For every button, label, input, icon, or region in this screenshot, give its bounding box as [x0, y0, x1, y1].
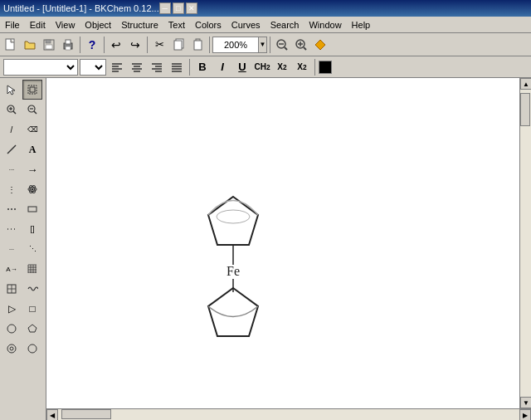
hscroll-thumb[interactable]	[61, 409, 111, 419]
vertical-scrollbar: ▲ ▼	[519, 78, 531, 408]
zoom-in-tool[interactable]	[2, 100, 22, 120]
grid2-tool[interactable]	[2, 279, 22, 299]
open-button[interactable]	[21, 36, 39, 54]
tool-row-4: A	[2, 139, 44, 159]
paste-button[interactable]	[188, 36, 207, 54]
zoom-in-button[interactable]	[292, 36, 310, 54]
vscroll-down-button[interactable]: ▼	[520, 397, 531, 408]
sep1	[80, 37, 80, 53]
svg-point-46	[32, 188, 34, 191]
line-tool[interactable]	[2, 139, 22, 159]
dots4-tool[interactable]: ⋱	[22, 239, 42, 259]
svg-rect-6	[66, 46, 71, 50]
bold-button[interactable]: B	[193, 59, 212, 76]
rect2-tool[interactable]: □	[22, 299, 42, 319]
menu-view[interactable]: View	[51, 17, 80, 32]
align-justify-button[interactable]	[168, 59, 186, 76]
close-button[interactable]: ✕	[186, 2, 197, 14]
dots3-tool[interactable]: ···	[2, 239, 22, 259]
pencil-tool[interactable]: /	[2, 120, 22, 139]
pentagon-tool[interactable]	[22, 319, 42, 339]
color-picker[interactable]	[319, 61, 332, 74]
copy-button[interactable]	[169, 36, 188, 54]
play-tool[interactable]: ▷	[2, 299, 22, 319]
canvas-with-vscroll: Fe ▲	[46, 78, 531, 408]
rect-tool[interactable]	[22, 199, 42, 219]
italic-button[interactable]: I	[213, 59, 231, 76]
hscroll-right-button[interactable]: ▶	[519, 409, 531, 420]
atom-tool[interactable]	[22, 179, 42, 199]
font-size-select[interactable]	[80, 59, 106, 76]
maximize-button[interactable]: □	[173, 2, 184, 14]
new-button[interactable]	[2, 36, 20, 54]
text-tool[interactable]: A	[22, 139, 42, 159]
dots2-tool[interactable]: ⋮	[2, 179, 22, 199]
menu-window[interactable]: Window	[304, 17, 346, 32]
tool-row-12: ▷ □	[2, 299, 44, 319]
eraser-tool[interactable]: ⌫	[22, 120, 42, 139]
undo-button[interactable]: ↩	[107, 36, 125, 54]
menu-structure[interactable]: Structure	[116, 17, 163, 32]
ch2-button[interactable]: CH2	[253, 59, 271, 76]
circle3-tool[interactable]	[22, 339, 42, 359]
hscroll-left-button[interactable]: ◀	[46, 409, 58, 420]
align-right-button[interactable]	[148, 59, 166, 76]
zoom-value[interactable]: 200%	[212, 37, 259, 53]
svg-point-61	[7, 325, 16, 333]
dash1-tool[interactable]	[2, 199, 22, 219]
dash2-tool[interactable]	[2, 219, 22, 239]
save-button[interactable]	[40, 36, 58, 54]
subscript-button[interactable]: X2	[273, 59, 291, 76]
menu-search[interactable]: Search	[266, 17, 304, 32]
select-tool[interactable]	[2, 80, 22, 100]
svg-rect-5	[66, 40, 71, 44]
align-left-button[interactable]	[108, 59, 126, 76]
menu-colors[interactable]: Colors	[190, 17, 227, 32]
help-button[interactable]: ?	[83, 36, 101, 54]
menu-text[interactable]: Text	[163, 17, 190, 32]
grid-tool[interactable]	[22, 259, 42, 279]
svg-line-42	[7, 145, 16, 154]
superscript-button[interactable]: X2	[293, 59, 311, 76]
vscroll-thumb[interactable]	[520, 93, 530, 126]
toolbar1: ? ↩ ↪ ✂ 200% ▼	[0, 33, 531, 56]
menu-object[interactable]: Object	[80, 17, 116, 32]
underline-button[interactable]: U	[233, 59, 251, 76]
wave-tool[interactable]	[22, 279, 42, 299]
svg-line-17	[304, 47, 306, 50]
svg-line-41	[34, 111, 37, 114]
lasso-tool[interactable]	[22, 80, 42, 100]
zoom-dropdown[interactable]: ▼	[259, 37, 267, 53]
diamond-button[interactable]	[311, 36, 329, 54]
align-center-button[interactable]	[128, 59, 146, 76]
menu-file[interactable]: File	[0, 17, 25, 32]
sep2	[104, 37, 105, 53]
circle1-tool[interactable]	[2, 319, 22, 339]
tool-row-2	[2, 100, 44, 120]
left-toolbar: / ⌫ A ··· → ⋮	[0, 78, 46, 420]
svg-marker-66	[208, 197, 258, 245]
menu-curves[interactable]: Curves	[227, 17, 266, 32]
fe-label: Fe	[227, 264, 240, 278]
font-select[interactable]	[3, 59, 78, 76]
tool-row-6: ⋮	[2, 179, 44, 199]
dots1-tool[interactable]: ···	[2, 159, 22, 179]
canvas-area[interactable]: Fe	[46, 78, 519, 408]
redo-button[interactable]: ↪	[126, 36, 144, 54]
cut-button[interactable]: ✂	[150, 36, 168, 54]
menu-edit[interactable]: Edit	[25, 17, 51, 32]
print-button[interactable]	[59, 36, 77, 54]
minimize-button[interactable]: ─	[159, 2, 171, 14]
main-area: / ⌫ A ··· → ⋮	[0, 78, 531, 420]
circle2-tool[interactable]	[2, 339, 22, 359]
text-transform-tool[interactable]: A→	[2, 259, 22, 279]
zoom-out-button[interactable]	[273, 36, 291, 54]
bracket-tool[interactable]: []	[22, 219, 42, 239]
menubar: File Edit View Object Structure Text Col…	[0, 17, 531, 33]
arrow-tool[interactable]: →	[22, 159, 42, 179]
zoom-out-tool[interactable]	[22, 100, 42, 120]
svg-rect-2	[46, 40, 51, 43]
menu-help[interactable]: Help	[347, 17, 376, 32]
svg-rect-8	[174, 41, 182, 50]
vscroll-up-button[interactable]: ▲	[520, 78, 531, 90]
